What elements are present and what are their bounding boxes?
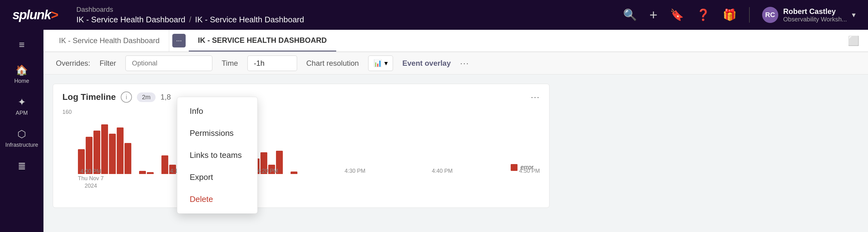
breadcrumb-separator: / <box>189 15 191 25</box>
chart-count: 1,8 <box>160 93 171 101</box>
y-axis: 160 <box>62 109 78 190</box>
chevron-down-icon: ▾ <box>852 10 856 19</box>
main-content: IK - Service Health Dashboard ··· IK - S… <box>43 30 868 232</box>
nav-right: 🔍 + 🔖 ❓ 🎁 RC Robert Castley Observabilit… <box>623 7 856 23</box>
home-icon: 🏠 <box>16 64 28 76</box>
chart-interval-badge: 2m <box>137 92 156 102</box>
event-overlay-button[interactable]: Event overlay <box>402 59 451 68</box>
breadcrumb-section: Dashboards <box>76 6 304 14</box>
tab-active[interactable]: IK - SERVICE HEALTH DASHBOARD <box>189 30 336 52</box>
overrides-label: Overrides: <box>56 59 90 68</box>
top-nav: splunk> Dashboards IK - Service Health D… <box>0 0 868 30</box>
nav-breadcrumb: Dashboards IK - Service Health Dashboard… <box>76 6 304 25</box>
breadcrumb-path2[interactable]: IK - Service Health Dashboard <box>195 15 304 25</box>
layout: ≡ 🏠 Home ✦ APM ⬡ Infrastructure ≣ IK - S… <box>0 30 868 232</box>
tab-right: ⬜ <box>845 33 868 49</box>
bar-group-1 <box>78 124 131 174</box>
sidebar-item-infrastructure[interactable]: ⬡ Infrastructure <box>0 124 43 153</box>
chart-panel: Log Timeline i 2m 1,8 ··· 160 <box>53 84 550 208</box>
sidebar-item-label-infra: Infrastructure <box>5 142 38 148</box>
splunk-logo: splunk> <box>12 7 58 22</box>
breadcrumb-path: IK - Service Health Dashboard / IK - Ser… <box>76 15 304 25</box>
time-value: -1h <box>254 59 265 68</box>
chart-more-button[interactable]: ··· <box>531 92 540 102</box>
bookmark-icon[interactable]: 🔖 <box>670 8 684 22</box>
sidebar-item-apm[interactable]: ✦ APM <box>0 92 43 121</box>
bar <box>101 124 108 174</box>
menu-item-export[interactable]: Export <box>177 166 257 188</box>
tab-dots-button[interactable]: ··· <box>172 34 185 47</box>
chart-res-icon: 📊 <box>373 59 382 67</box>
sidebar-item-label-home: Home <box>14 78 29 85</box>
menu-item-permissions[interactable]: Permissions <box>177 122 257 144</box>
filter-input[interactable] <box>125 56 212 71</box>
user-name: Robert Castley <box>783 7 847 16</box>
toolbar: Overrides: Filter Time -1h Chart resolut… <box>43 52 868 74</box>
user-area[interactable]: RC Robert Castley Observability Worksh..… <box>762 7 856 23</box>
nav-divider <box>749 7 750 23</box>
tab-bar: IK - Service Health Dashboard ··· IK - S… <box>43 30 868 52</box>
help-icon[interactable]: ❓ <box>696 8 710 22</box>
chart-res-label: Chart resolution <box>306 59 359 68</box>
filter-label: Filter <box>100 59 116 68</box>
sidebar: ≡ 🏠 Home ✦ APM ⬡ Infrastructure ≣ <box>0 30 43 232</box>
x-label-4: 4:30 PM <box>345 168 365 190</box>
tab-inactive[interactable]: IK - Service Health Dashboard <box>50 30 169 52</box>
sidebar-item-label-apm: APM <box>16 110 28 116</box>
apm-icon: ✦ <box>18 96 26 108</box>
y-label: 160 <box>62 109 78 115</box>
panel-toggle-icon[interactable]: ⬜ <box>845 33 862 49</box>
chevron-down-icon: ▾ <box>384 59 388 67</box>
sidebar-item-home[interactable]: 🏠 Home <box>0 60 43 89</box>
sidebar-hamburger[interactable]: ≡ <box>16 36 28 54</box>
avatar: RC <box>762 7 778 23</box>
time-label: Time <box>222 59 238 68</box>
x-axis: 4:00 PMThu Nov 72024 4:10 PM 4:20 PM 4:3… <box>78 168 540 190</box>
x-label-5: 4:40 PM <box>432 168 453 190</box>
user-org: Observability Worksh... <box>783 16 847 23</box>
menu-item-links-to-teams[interactable]: Links to teams <box>177 144 257 166</box>
search-icon[interactable]: 🔍 <box>623 8 637 22</box>
gift-icon[interactable]: 🎁 <box>723 8 737 22</box>
bars-area: error 4:00 PMThu Nov 72024 4:10 PM 4:20 … <box>78 109 540 190</box>
content-area: Log Timeline i 2m 1,8 ··· 160 <box>43 74 868 232</box>
menu-item-delete[interactable]: Delete <box>177 188 257 210</box>
bar <box>117 128 124 174</box>
x-label-1: 4:00 PMThu Nov 72024 <box>78 168 104 190</box>
logs-icon: ≣ <box>18 160 26 172</box>
breadcrumb-path1[interactable]: IK - Service Health Dashboard <box>76 15 185 25</box>
infrastructure-icon: ⬡ <box>18 128 26 140</box>
toolbar-more-button[interactable]: ··· <box>460 58 469 68</box>
chart-resolution-button[interactable]: 📊 ▾ <box>368 56 393 71</box>
chart-title: Log Timeline <box>62 92 116 102</box>
dropdown-menu: Info Permissions Links to teams Export D… <box>177 97 258 214</box>
chart-info-icon[interactable]: i <box>121 92 132 103</box>
time-picker[interactable]: -1h <box>247 56 297 71</box>
x-label-3: 4:20 PM <box>257 168 278 190</box>
chart-body: 160 <box>62 109 540 190</box>
chart-header: Log Timeline i 2m 1,8 ··· <box>62 92 540 103</box>
menu-item-info[interactable]: Info <box>177 100 257 122</box>
user-info: Robert Castley Observability Worksh... <box>783 7 847 23</box>
sidebar-item-logs[interactable]: ≣ <box>0 156 43 178</box>
x-label-6: 4:50 PM <box>519 168 540 190</box>
add-icon[interactable]: + <box>649 7 657 23</box>
